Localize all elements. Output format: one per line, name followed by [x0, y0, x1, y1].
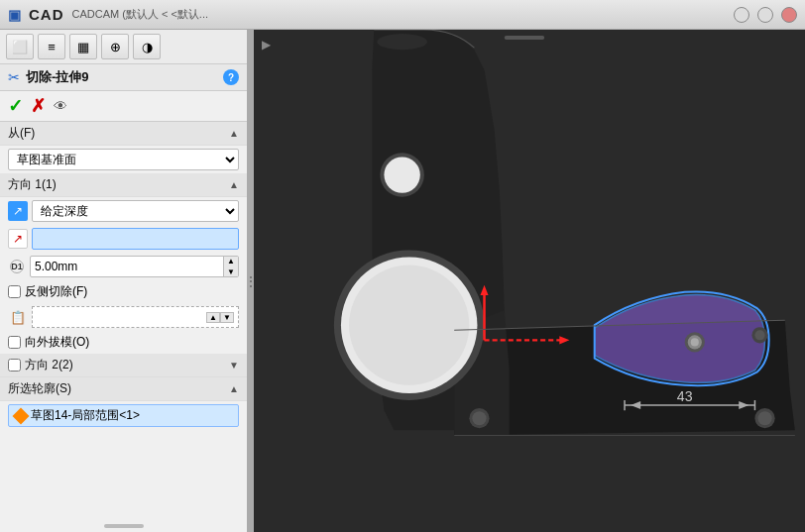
depth-input[interactable]: 5.00mm	[31, 260, 223, 273]
direction2-section-header[interactable]: 方向 2(2) ▼	[0, 354, 247, 377]
toolbar: ⬜ ≡ ▦ ⊕ ◑	[0, 30, 247, 64]
draft-up-button[interactable]: ▲	[206, 312, 220, 323]
direction1-label: 方向 1(1)	[8, 176, 229, 193]
preview-button[interactable]: 👁	[54, 98, 67, 114]
reverse-cut-checkbox[interactable]	[8, 285, 21, 298]
direction2-arrow: ▼	[229, 360, 239, 371]
panel-resize-handle[interactable]	[104, 524, 144, 528]
sketch-item-label: 草图14-局部范围<1>	[31, 407, 140, 424]
direction1-highlight-row: ↗	[0, 225, 247, 253]
from-arrow: ▲	[229, 128, 239, 139]
panel-title-icon: ✂	[8, 69, 20, 85]
cancel-button[interactable]: ✗	[31, 95, 46, 117]
svg-text:43: 43	[677, 388, 693, 404]
title-bar: ▣ CAD CADCAM (默认人 < <默认...	[0, 0, 805, 30]
svg-point-1	[377, 34, 427, 50]
direction1-highlight-input[interactable]	[32, 228, 239, 250]
minimize-button[interactable]	[734, 7, 749, 23]
app-logo: ▣	[8, 7, 21, 23]
coordinates-icon: ⊕	[110, 40, 121, 54]
svg-point-11	[754, 330, 764, 340]
depth-spinners: ▲ ▼	[223, 256, 238, 277]
sketch-diamond-icon	[13, 407, 30, 424]
chart-icon: ◑	[142, 40, 153, 54]
draft-out-checkbox[interactable]	[8, 336, 21, 349]
depth-icon: D1	[8, 258, 26, 275]
panel-title: 切除-拉伸9	[26, 68, 217, 86]
direction1-arrow: ▲	[229, 179, 239, 190]
action-row: ✓ ✗ 👁	[0, 91, 247, 122]
panel-header: ✂ 切除-拉伸9 ?	[0, 64, 247, 91]
selected-contours-label: 所选轮廓(S)	[8, 380, 229, 397]
from-section-header[interactable]: 从(F) ▲	[0, 122, 247, 146]
chart-button[interactable]: ◑	[133, 34, 161, 59]
direction2-checkbox[interactable]	[8, 359, 21, 372]
draft-out-row: 向外拔模(O)	[0, 331, 247, 354]
direction2-label: 方向 2(2)	[25, 357, 229, 373]
from-field-row: 草图基准面	[0, 146, 247, 173]
svg-point-9	[691, 338, 699, 346]
selected-contours-section-header[interactable]: 所选轮廓(S) ▲	[0, 377, 247, 401]
sketch-icon: ≡	[48, 40, 56, 54]
sketch-button[interactable]: ≡	[38, 34, 65, 59]
depth-value-row: D1 5.00mm ▲ ▼	[0, 253, 247, 280]
left-panel: ⬜ ≡ ▦ ⊕ ◑ ✂ 切除-拉伸9 ? ✓ ✗ 👁	[0, 30, 248, 532]
svg-rect-26	[505, 36, 544, 40]
svg-point-4	[349, 266, 469, 385]
selected-contours-arrow: ▲	[229, 383, 239, 394]
from-label: 从(F)	[8, 125, 229, 142]
direction1-type-row: ↗ 给定深度	[0, 197, 247, 225]
model-svg: 43	[254, 30, 805, 532]
reverse-cut-row: 反侧切除(F)	[0, 280, 247, 303]
reverse-cut-label: 反侧切除(F)	[25, 283, 87, 300]
feature-icon: ⬜	[12, 40, 28, 54]
sketch-item[interactable]: 草图14-局部范围<1>	[8, 404, 239, 427]
main-layout: ⬜ ≡ ▦ ⊕ ◑ ✂ 切除-拉伸9 ? ✓ ✗ 👁	[0, 30, 805, 532]
direction1-type-select[interactable]: 给定深度	[32, 200, 239, 222]
depth-up-button[interactable]: ▲	[224, 256, 238, 266]
ok-button[interactable]: ✓	[8, 95, 23, 117]
cad-title-text: CAD	[29, 6, 64, 23]
title-bar-icons: ▣	[8, 7, 21, 23]
svg-point-6	[384, 157, 419, 192]
depth-down-button[interactable]: ▼	[224, 266, 238, 277]
folder-icon: 📋	[8, 307, 28, 327]
folder-select-row: 📋 ▲ ▼	[0, 303, 247, 331]
direction1-flip-button[interactable]: ↗	[8, 229, 28, 249]
window-subtitle: CADCAM (默认人 < <默认...	[72, 7, 209, 22]
feature-button[interactable]: ⬜	[6, 34, 34, 59]
svg-point-13	[472, 411, 486, 425]
viewport[interactable]: 43 ▶	[254, 30, 805, 532]
draft-out-label: 向外拔模(O)	[25, 334, 89, 351]
svg-rect-0	[254, 30, 805, 532]
save-button[interactable]: ▦	[69, 34, 97, 59]
save-icon: ▦	[77, 40, 89, 54]
from-select[interactable]: 草图基准面	[8, 149, 239, 170]
direction1-section-header[interactable]: 方向 1(1) ▲	[0, 173, 247, 197]
coordinates-button[interactable]: ⊕	[101, 34, 129, 59]
maximize-button[interactable]	[757, 7, 773, 23]
help-button[interactable]: ?	[223, 69, 239, 85]
draft-down-button[interactable]: ▼	[220, 312, 234, 323]
close-button[interactable]	[781, 7, 797, 23]
viewport-indicator: ▶	[262, 38, 271, 52]
draft-input[interactable]: ▲ ▼	[32, 306, 239, 328]
depth-input-wrap: 5.00mm ▲ ▼	[30, 256, 239, 277]
svg-point-15	[757, 411, 771, 425]
direction1-arrow-button[interactable]: ↗	[8, 201, 28, 221]
